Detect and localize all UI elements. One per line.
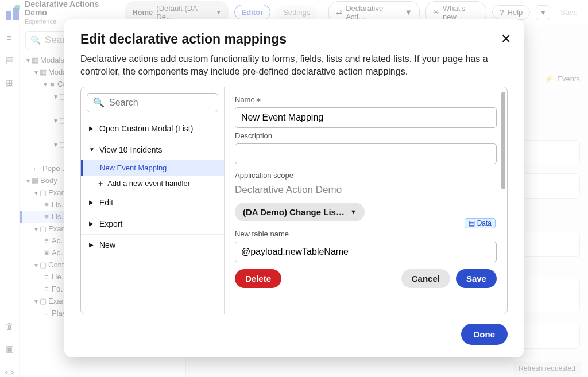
nav-sub-new-mapping[interactable]: New Event Mapping [81,160,224,176]
scope-value: Declarative Action Demo [235,183,497,199]
description-input[interactable] [235,143,497,164]
nav-item-open-modal[interactable]: ▶Open Custom Modal (List) [81,118,224,139]
table-name-label: New table name [235,230,497,238]
caret-right-icon: ▶ [89,199,95,205]
nav-item-edit[interactable]: ▶Edit [81,192,224,213]
modal-nav: 🔍 Search ▶Open Custom Modal (List) ▼View… [81,87,225,314]
modal-search-input[interactable]: 🔍 Search [87,93,218,112]
nav-item-export[interactable]: ▶Export [81,213,224,234]
description-label: Description [235,131,497,140]
data-chip[interactable]: ▤ Data [465,218,496,228]
modal-body: 🔍 Search ▶Open Custom Modal (List) ▼View… [80,87,508,314]
done-button[interactable]: Done [461,324,508,345]
caret-right-icon: ▶ [89,220,95,227]
table-name-input[interactable] [235,242,497,262]
data-icon: ▤ [469,219,475,227]
modal-description: Declarative actions add custom functiona… [64,53,524,87]
modal-footer: Done [64,314,524,357]
cancel-button[interactable]: Cancel [401,269,450,288]
nav-sub-add-handler[interactable]: +Add a new event handler [81,176,224,192]
close-button[interactable]: ✕ [501,32,511,46]
chevron-down-icon: ▼ [350,208,357,215]
delete-button[interactable]: Delete [235,269,281,288]
nav-item-new[interactable]: ▶New [81,234,224,255]
caret-right-icon: ▶ [89,242,95,248]
nav-item-view-incidents[interactable]: ▼View 10 Incidents [81,139,224,160]
plus-icon: + [98,179,103,188]
scrollbar[interactable] [501,92,505,189]
modal-nav-list: ▶Open Custom Modal (List) ▼View 10 Incid… [81,118,224,314]
search-icon: 🔍 [93,97,105,108]
caret-right-icon: ▶ [89,125,95,131]
page-dropdown[interactable]: (DA Demo) Change Lis… ▼ [235,203,365,221]
save-button[interactable]: Save [456,269,497,288]
modal-title: Edit declarative action mappings [80,32,508,47]
scope-label: Application scope [235,171,497,180]
modal-form: Name Description Application scope Decla… [225,87,507,314]
edit-mappings-modal: ✕ Edit declarative action mappings Decla… [64,19,524,357]
name-label: Name [235,95,497,104]
form-button-row: Delete Cancel Save [235,269,497,288]
name-input[interactable] [235,107,497,128]
caret-down-icon: ▼ [89,146,95,153]
